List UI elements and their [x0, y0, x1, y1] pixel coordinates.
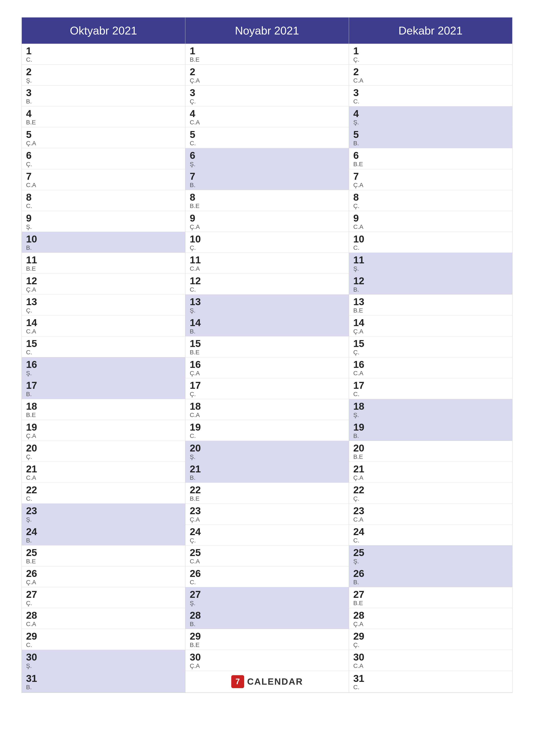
day-name: B. [353, 286, 508, 293]
day-name: C. [190, 579, 344, 586]
day-row-m2-d13: 14Ç.A [349, 315, 512, 337]
day-name: Ç. [26, 161, 181, 168]
day-row-m0-d19: 20Ç. [22, 441, 185, 462]
day-number: 14 [353, 318, 508, 328]
day-row-m0-d8: 9Ş. [22, 211, 185, 232]
day-name: B. [26, 537, 181, 544]
day-number: 1 [26, 46, 181, 56]
day-number: 9 [26, 213, 181, 223]
day-row-m2-d27: 28Ç.A [349, 608, 512, 629]
day-name: Ç.A [26, 140, 181, 147]
day-number: 3 [26, 88, 181, 97]
day-name: C.A [26, 621, 181, 628]
day-name: B. [190, 328, 344, 335]
day-row-m0-d2: 3B. [22, 86, 185, 106]
day-number: 5 [26, 129, 181, 139]
day-row-m1-d4: 5C. [185, 127, 349, 148]
day-number: 15 [353, 338, 508, 348]
day-row-m2-d19: 20B.E [349, 441, 512, 462]
day-name: B.E [190, 202, 344, 209]
day-name: Ş. [190, 600, 344, 607]
day-number: 3 [190, 88, 344, 97]
day-row-m0-d7: 8C. [22, 190, 185, 211]
day-name: C.A [353, 370, 508, 377]
day-name: B. [26, 98, 181, 105]
day-name: Ç.A [353, 621, 508, 628]
day-number: 21 [26, 464, 181, 474]
day-row-m0-d22: 23Ş. [22, 504, 185, 525]
day-number: 7 [26, 171, 181, 181]
day-name: Ç. [26, 453, 181, 460]
day-number: 30 [190, 652, 344, 662]
day-row-m2-d4: 5B. [349, 127, 512, 148]
day-row-m2-d30: 31C. [349, 671, 512, 693]
day-row-m1-d28: 29B.E [185, 629, 349, 650]
day-name: C.A [26, 328, 181, 335]
day-number: 20 [353, 443, 508, 453]
day-row-m0-d10: 11B.E [22, 253, 185, 274]
month-header-0: Oktyabr 2021 [22, 17, 185, 44]
day-row-m0-d5: 6Ç. [22, 148, 185, 169]
day-number: 22 [26, 485, 181, 495]
day-name: Ş. [190, 307, 344, 314]
day-name: B.E [353, 161, 508, 168]
day-row-m0-d9: 10B. [22, 232, 185, 253]
day-row-m0-d20: 21C.A [22, 462, 185, 483]
day-row-m2-d7: 8Ç. [349, 190, 512, 211]
day-number: 25 [190, 548, 344, 557]
day-row-m1-d25: 26C. [185, 566, 349, 587]
day-row-m1-d12: 13Ş. [185, 295, 349, 315]
day-number: 2 [26, 67, 181, 77]
day-name: C. [190, 140, 344, 147]
day-name: Ç. [190, 98, 344, 105]
day-number: 14 [190, 318, 344, 328]
day-number: 29 [26, 631, 181, 641]
calendar-grid: Oktyabr 2021Noyabr 2021Dekabr 20211C.1B.… [21, 17, 513, 693]
day-number: 21 [353, 464, 508, 474]
day-row-m2-d12: 13B.E [349, 295, 512, 315]
day-number: 16 [26, 360, 181, 369]
day-number: 31 [353, 673, 508, 683]
day-row-m0-d18: 19Ç.A [22, 420, 185, 441]
day-name: C.A [353, 516, 508, 523]
day-row-m2-d3: 4Ş. [349, 106, 512, 127]
day-number: 1 [353, 46, 508, 56]
day-number: 23 [190, 506, 344, 516]
day-row-m1-d3: 4C.A [185, 106, 349, 127]
day-name: C.A [190, 265, 344, 272]
day-number: 17 [190, 380, 344, 390]
day-number: 5 [190, 129, 344, 139]
day-row-m1-d26: 27Ş. [185, 587, 349, 608]
calendar-logo-cell: 7CALENDAR [185, 671, 349, 693]
day-number: 18 [353, 401, 508, 411]
day-number: 24 [190, 527, 344, 537]
day-number: 16 [190, 360, 344, 369]
day-number: 28 [190, 610, 344, 620]
day-number: 25 [26, 548, 181, 557]
day-name: C. [26, 202, 181, 209]
day-name: Ç. [190, 537, 344, 544]
day-number: 18 [190, 401, 344, 411]
day-name: C.A [26, 182, 181, 189]
day-number: 30 [353, 652, 508, 662]
day-number: 20 [190, 443, 344, 453]
day-name: Ç. [26, 600, 181, 607]
day-row-m0-d29: 30Ş. [22, 650, 185, 671]
day-row-m0-d16: 17B. [22, 378, 185, 399]
day-name: Ş. [26, 662, 181, 669]
day-name: C.A [26, 474, 181, 481]
day-number: 27 [190, 589, 344, 599]
day-number: 29 [190, 631, 344, 641]
day-number: 31 [26, 673, 181, 683]
day-number: 9 [353, 213, 508, 223]
day-row-m2-d24: 25Ş. [349, 546, 512, 566]
day-number: 1 [190, 46, 344, 56]
day-row-m0-d24: 25B.E [22, 546, 185, 566]
day-row-m1-d9: 10Ç. [185, 232, 349, 253]
day-name: C.A [353, 77, 508, 84]
day-name: Ş. [26, 224, 181, 230]
day-number: 17 [26, 380, 181, 390]
day-number: 26 [353, 569, 508, 579]
day-row-m2-d29: 30C.A [349, 650, 512, 671]
day-row-m2-d2: 3C. [349, 86, 512, 106]
